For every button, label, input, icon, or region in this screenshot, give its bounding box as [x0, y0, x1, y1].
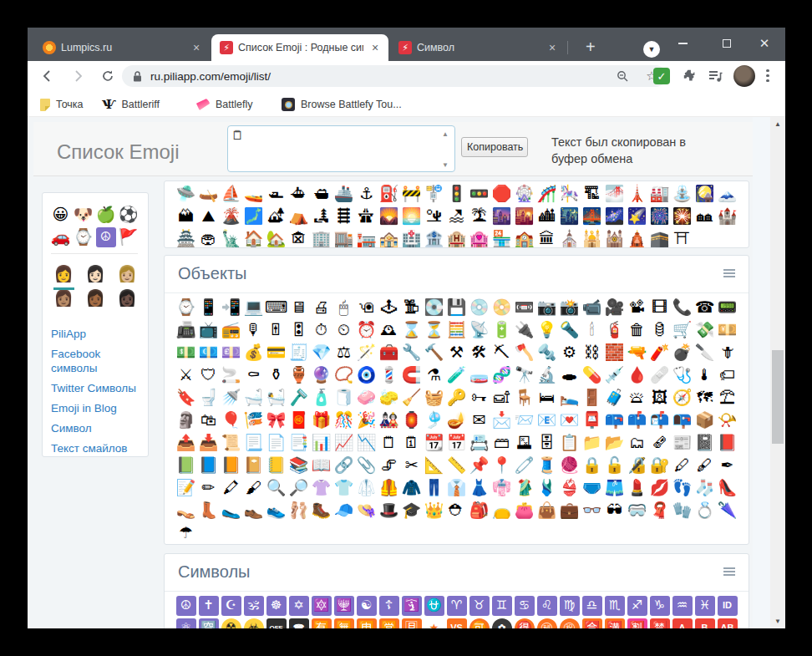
emoji-cell[interactable]: 💈	[378, 364, 400, 386]
emoji-cell[interactable]: 🗿	[175, 409, 197, 431]
emoji-cell[interactable]: 🕎	[332, 594, 355, 617]
emoji-cell[interactable]: 🛁	[242, 386, 265, 409]
emoji-cell[interactable]: 🛠	[468, 341, 490, 364]
emoji-cell[interactable]: 🌠	[626, 205, 648, 227]
emoji-cell[interactable]: 👣	[671, 476, 693, 499]
emoji-cell[interactable]: 🗝	[468, 386, 490, 409]
tab-close-icon[interactable]: ×	[368, 41, 382, 54]
emoji-cell[interactable]: 🈶	[310, 617, 332, 628]
emoji-cell[interactable]: 📗	[175, 454, 197, 476]
emoji-cell[interactable]: 🧣	[648, 499, 671, 521]
emoji-cell[interactable]: 🧽	[378, 386, 400, 409]
emoji-cell[interactable]: 📩	[490, 409, 513, 431]
emoji-cell[interactable]: 🔓	[603, 454, 626, 476]
emoji-cell[interactable]: 🧦	[693, 476, 716, 499]
emoji-cell[interactable]: 🔬	[535, 364, 558, 386]
emoji-cell[interactable]: 🎎	[378, 409, 400, 431]
emoji-cell[interactable]: 🩰	[287, 499, 310, 521]
emoji-cell[interactable]: 🈺	[378, 617, 400, 628]
emoji-cell[interactable]: 🎊	[332, 409, 355, 431]
emoji-cell[interactable]: 🪄	[355, 341, 378, 364]
emoji-cell[interactable]: ⌚	[72, 226, 94, 248]
emoji-cell[interactable]: 🏔	[175, 205, 197, 227]
emoji-cell[interactable]: ★	[423, 617, 445, 628]
emoji-cell[interactable]: 🕳	[558, 364, 581, 386]
emoji-cell[interactable]: 🔑	[445, 386, 468, 409]
emoji-cell[interactable]: 🦺	[378, 476, 400, 499]
extensions-puzzle-icon[interactable]	[680, 66, 700, 86]
emoji-cell[interactable]: 🌌	[603, 205, 626, 227]
emoji-cell[interactable]: 📬	[648, 409, 671, 431]
emoji-cell[interactable]: 🎒	[468, 499, 490, 521]
emoji-cell[interactable]: 🏙	[535, 205, 558, 227]
emoji-cell[interactable]: 📆	[423, 431, 445, 454]
emoji-cell[interactable]: 👟	[265, 499, 287, 521]
emoji-cell[interactable]: 📀	[490, 296, 513, 318]
emoji-cell[interactable]: 🏖	[445, 205, 468, 227]
emoji-cell[interactable]: 💄	[626, 476, 648, 499]
emoji-cell[interactable]: 💉	[603, 364, 626, 386]
emoji-cell[interactable]: 📸	[558, 296, 581, 318]
browser-tab[interactable]: Lumpics.ru×	[34, 34, 210, 61]
emoji-cell[interactable]: ☂	[175, 521, 197, 544]
emoji-cell[interactable]: 🧪	[445, 364, 468, 386]
emoji-cell[interactable]: 👗	[468, 476, 490, 499]
emoji-cell[interactable]: 🛒	[671, 318, 693, 341]
tab-close-icon[interactable]: ×	[546, 41, 559, 54]
bookmark-item[interactable]: ѰBattleriff	[102, 96, 160, 113]
browser-tab[interactable]: ⚡Список Emoji : Родные сим×	[211, 34, 388, 61]
emoji-cell[interactable]: 🌃	[558, 205, 581, 227]
emoji-cell[interactable]: 🩹	[648, 364, 671, 386]
emoji-cell[interactable]: 🎆	[648, 205, 671, 227]
emoji-cell[interactable]: 📂	[603, 431, 626, 454]
emoji-cell[interactable]: 📕	[716, 431, 738, 454]
emoji-cell[interactable]: 🛢	[648, 318, 671, 341]
emoji-cell[interactable]: 🔫	[626, 341, 648, 364]
emoji-cell[interactable]: 💎	[310, 341, 332, 364]
emoji-cell[interactable]: ♌	[535, 594, 558, 617]
emoji-cell[interactable]: 🧮	[445, 318, 468, 341]
emoji-cell[interactable]: 🗡	[716, 341, 738, 364]
emoji-cell[interactable]: 📼	[513, 296, 535, 318]
emoji-cell[interactable]: 🛣	[355, 205, 378, 227]
emoji-cell[interactable]: 🖍	[220, 476, 242, 499]
emoji-cell[interactable]: 🎙	[242, 318, 265, 341]
emoji-cell[interactable]: ⛩	[671, 227, 693, 248]
emoji-cell[interactable]: 🈷	[400, 617, 423, 628]
section-menu-icon[interactable]	[723, 566, 735, 577]
emoji-cell[interactable]: 🈴	[581, 617, 603, 628]
emoji-cell[interactable]: ♋	[513, 594, 535, 617]
emoji-cell[interactable]: ☦	[378, 594, 400, 617]
emoji-cell[interactable]: 🗽	[220, 227, 242, 248]
emoji-cell[interactable]: 🗂	[626, 431, 648, 454]
emoji-cell[interactable]: 🪑	[513, 386, 535, 409]
emoji-cell[interactable]: ✏	[197, 476, 220, 499]
emoji-cell[interactable]: ♓	[693, 594, 716, 617]
emoji-cell[interactable]: 🈳	[197, 617, 220, 628]
emoji-cell[interactable]: 🏬	[332, 227, 355, 248]
emoji-cell[interactable]: 🚧	[400, 182, 423, 205]
emoji-cell[interactable]: 🏞	[310, 205, 332, 227]
emoji-cell[interactable]: 💴	[716, 318, 738, 341]
textarea-scroll-down-icon[interactable]: ▼	[442, 161, 449, 169]
emoji-cell[interactable]: ♒	[671, 594, 693, 617]
emoji-cell[interactable]: 🧨	[648, 341, 671, 364]
emoji-cell[interactable]: 🔩	[535, 341, 558, 364]
emoji-cell[interactable]: 🏣	[355, 227, 378, 248]
emoji-cell[interactable]: 👒	[355, 499, 378, 521]
emoji-cell[interactable]: 📝	[175, 476, 197, 499]
emoji-cell[interactable]: 🩸	[626, 364, 648, 386]
emoji-cell[interactable]: ⚗	[423, 364, 445, 386]
emoji-cell[interactable]: 🥾	[310, 499, 332, 521]
emoji-cell[interactable]: ⏳	[423, 318, 445, 341]
emoji-cell[interactable]: ♊	[490, 594, 513, 617]
emoji-cell[interactable]: 📭	[671, 409, 693, 431]
emoji-cell[interactable]: ⛑	[445, 499, 468, 521]
emoji-cell[interactable]: 🕯	[581, 318, 603, 341]
emoji-cell[interactable]: 🛎	[626, 386, 648, 409]
emoji-cell[interactable]: ⛰	[197, 205, 220, 227]
page-scrollbar[interactable]: ▲ ▼	[770, 117, 785, 628]
emoji-cell[interactable]: 💡	[535, 318, 558, 341]
emoji-cell[interactable]: 🍏	[94, 203, 117, 226]
emoji-cell[interactable]: 🌆	[490, 205, 513, 227]
